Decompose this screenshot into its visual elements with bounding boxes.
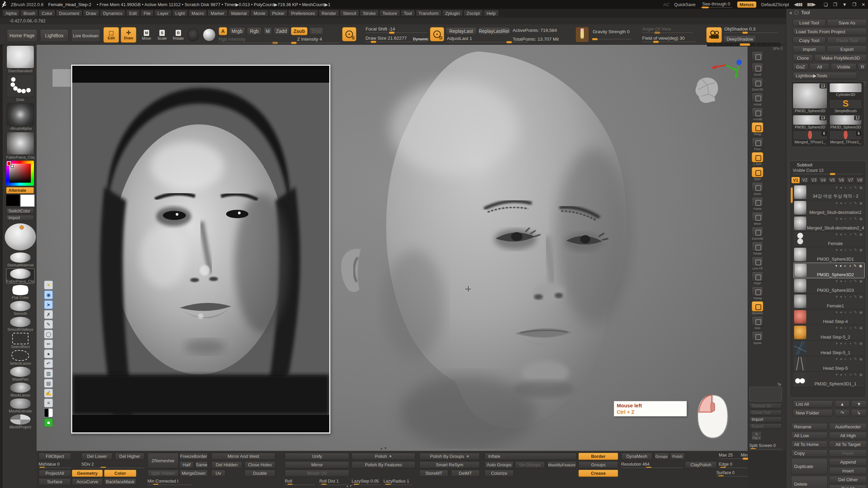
thumbnail[interactable] — [10, 285, 31, 295]
annotation-tool-button[interactable]: ☀ — [44, 281, 53, 289]
tray-scroll-marks[interactable]: ▲▼ — [346, 484, 353, 488]
subtool-action-icon[interactable]: ✎ — [854, 185, 857, 190]
all-high-button[interactable]: All High — [829, 432, 867, 439]
alternate-button[interactable]: Alternate — [6, 187, 34, 194]
camera-orientation-head-icon[interactable] — [691, 75, 723, 105]
edit-button[interactable]: ⬚Edit — [103, 27, 119, 43]
subtool-row[interactable]: ▾●◐◑✎◉ Head Step-5_1 — [793, 341, 865, 356]
subtool-action-icon[interactable]: ◑ — [849, 217, 852, 221]
subtool-action-icon[interactable]: ● — [840, 248, 842, 252]
right-shelf-item[interactable]: Zoom3D — [750, 78, 765, 91]
subtool-action-icon[interactable]: ▾ — [836, 326, 838, 330]
all-to-home-button[interactable]: All To Home — [791, 441, 828, 448]
subtool-row[interactable]: ▾●◐◑✎◉ Merged_Skull-decimation2_4 — [793, 216, 865, 231]
subtool-action-icon[interactable]: ✎ — [854, 357, 857, 361]
subtool-action-icon[interactable]: ◉ — [859, 279, 863, 283]
subtool-action-icon[interactable]: ● — [840, 341, 842, 346]
sidebar-thumb-item[interactable]: Smooth — [6, 301, 35, 316]
sculpt-viewport[interactable]: ☀◉➤✗✎◯✏●↶▥▤✍≡■ Mouse left Ctrl + Z ▲▼ — [37, 45, 748, 451]
subtool-action-icon[interactable]: ◑ — [849, 264, 851, 268]
subtool-action-icon[interactable]: ● — [840, 217, 842, 221]
annotation-tool-button[interactable]: ▥ — [44, 369, 53, 378]
gravity-pencil-icon[interactable] — [575, 27, 589, 42]
z-intensity-slider[interactable]: Z Intensity 4 — [279, 37, 340, 43]
menu-item[interactable]: Layer — [154, 10, 172, 17]
rgb-toggle[interactable]: Rgb — [247, 27, 262, 35]
subtool-action-icon[interactable]: ✎ — [854, 232, 857, 237]
subtool-row[interactable]: ▾●◐◑✎◉ Female — [793, 231, 865, 247]
subtool-action-icon[interactable]: ◑ — [849, 201, 852, 205]
angle-of-view-slider[interactable]: Angle Of View — [642, 26, 693, 33]
tray-collapse-icon[interactable]: ◀ — [789, 11, 792, 15]
subtool-row[interactable]: ▾●◐◑✎◉ Merged_Skull-decimation2 — [793, 200, 865, 216]
annotation-tool-button[interactable]: ✏ — [44, 340, 53, 348]
close-holes-button[interactable]: Close Holes — [244, 461, 275, 468]
make-polymesh3d-button[interactable]: Make PolyMesh3D — [814, 54, 867, 62]
claypolish-button[interactable]: ClayPolish — [685, 461, 717, 468]
thumbnail[interactable] — [10, 269, 31, 279]
subtool-action-icon[interactable]: ● — [840, 185, 842, 190]
quicksave-button[interactable]: QuickSave — [674, 2, 695, 7]
left-tray-edge[interactable] — [0, 45, 3, 488]
right-tray-toggle-icon[interactable]: ▮▮▮▶ — [807, 2, 815, 7]
subtool-row[interactable]: ▾●◐◑✎◉ Female1 — [793, 294, 865, 309]
subtool-action-icon[interactable]: ◑ — [849, 294, 852, 299]
sidebar-thumb-item[interactable]: DamStandard — [6, 45, 35, 73]
import-color-button[interactable]: Import — [6, 215, 34, 221]
list-all-button[interactable]: List All — [793, 400, 833, 408]
menu-item[interactable]: Preferences — [288, 10, 318, 17]
split-hidden-button[interactable]: Split Hidden — [147, 470, 179, 477]
obj-shadow-slider[interactable]: ObjShadow 0.3 — [724, 26, 778, 33]
visible-count-slider[interactable]: Visible Count 13 — [793, 168, 863, 174]
sidebar-thumb-item[interactable]: SelectRect — [6, 333, 35, 349]
save-as-button[interactable]: Save As — [827, 19, 867, 26]
menu-item[interactable]: Transform — [416, 10, 442, 17]
right-shelf-item[interactable]: Solo — [750, 316, 765, 330]
subtool-action-icon[interactable]: ▾ — [836, 357, 838, 361]
subtool-action-icon[interactable]: ● — [840, 310, 842, 314]
subtool-row[interactable]: ▾●◐◑✎◉ Head Step-5_2 — [793, 325, 865, 341]
sidebar-thumb-item[interactable]: Dots — [6, 74, 35, 102]
subtool-view-tab[interactable]: V6 — [837, 177, 846, 183]
subtool-action-icon[interactable]: ● — [840, 232, 842, 237]
thumbnail[interactable] — [10, 301, 31, 311]
annotation-tool-button[interactable]: ◯ — [44, 330, 53, 339]
mrgb-toggle[interactable]: Mrgb — [229, 27, 245, 35]
subtool-action-icon[interactable]: ✎ — [853, 264, 856, 268]
unify-button[interactable]: Unify — [285, 453, 349, 460]
menu-item[interactable]: Document — [56, 10, 82, 17]
subtool-action-icon[interactable]: ▾ — [836, 217, 838, 221]
subtool-action-icon[interactable]: ◉ — [859, 310, 863, 314]
subtool-action-icon[interactable]: ◉ — [859, 357, 863, 361]
half-button[interactable]: Half — [179, 461, 194, 468]
subtool-view-tab[interactable]: V4 — [819, 177, 827, 183]
thumbnail[interactable] — [6, 45, 34, 68]
subtool-action-icon[interactable]: ▾ — [836, 279, 838, 283]
max-min-slider[interactable]: Max 25Min — [719, 453, 748, 459]
del-other-button[interactable]: Del Other — [829, 476, 867, 483]
menu-item[interactable]: Macro — [189, 10, 207, 17]
subtool-action-icon[interactable]: ◐ — [845, 326, 847, 330]
menu-item[interactable]: File — [140, 10, 154, 17]
all-low-button[interactable]: All Low — [791, 432, 828, 439]
menu-item[interactable]: Brush — [20, 10, 38, 17]
copy-subtool-button[interactable]: Copy — [791, 449, 828, 457]
right-shelf-item[interactable]: Rotate — [750, 242, 765, 255]
subtool-view-tab[interactable]: V2 — [801, 177, 809, 183]
annotation-tool-button[interactable]: ✗ — [44, 310, 53, 319]
subtool-action-icon[interactable]: ▾ — [836, 310, 838, 314]
uv-button[interactable]: Uv — [211, 470, 225, 477]
storemt-button[interactable]: StoreMT — [419, 470, 448, 477]
scale-button[interactable]: SScale — [155, 27, 169, 43]
subtool-action-icon[interactable]: ● — [840, 201, 842, 205]
menu-item[interactable]: Help — [484, 10, 499, 17]
switch-color-button[interactable]: SwitchColor — [6, 208, 34, 214]
cascade-windows-icon[interactable]: ❐ — [833, 2, 837, 7]
subtool-action-icon[interactable]: ◐ — [845, 310, 847, 314]
annotation-tool-button[interactable]: ✍ — [44, 389, 53, 398]
menu-item[interactable]: Color — [39, 10, 55, 17]
subtool-action-icon[interactable]: ◉ — [859, 372, 863, 377]
canvas-scroll-marks[interactable]: ▲▼ — [380, 446, 388, 450]
replay-last-button[interactable]: ReplayLast — [446, 27, 477, 35]
menu-item[interactable]: Edit — [126, 10, 140, 17]
